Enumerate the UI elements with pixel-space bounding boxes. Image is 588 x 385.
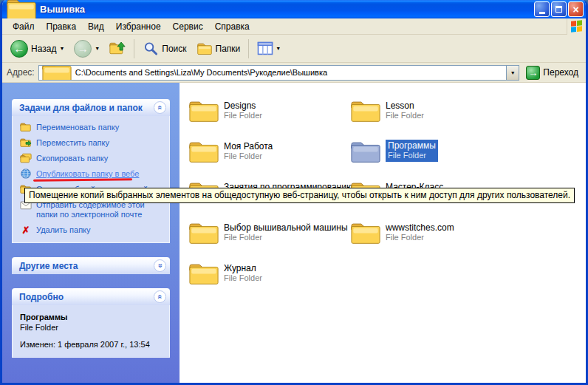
file-item-vybor-mashiny[interactable]: Выбор вышивальной машиныFile Folder	[188, 221, 350, 262]
file-list-area: DesignsFile Folder LessonFile Folder Моя…	[180, 83, 586, 383]
menu-help[interactable]: Справка	[209, 20, 256, 33]
folder-icon	[350, 99, 381, 123]
folders-button[interactable]: Папки	[193, 39, 245, 58]
views-button[interactable]: ▼	[253, 39, 284, 58]
windows-logo	[567, 18, 586, 35]
back-label: Назад	[31, 44, 56, 54]
address-label: Адрес:	[7, 67, 35, 78]
file-folder-tasks-panel: Задачи для файлов и папок « Переименоват…	[12, 99, 170, 243]
go-button[interactable]: → Переход	[523, 64, 581, 81]
search-icon	[143, 41, 159, 55]
title-bar: Вышивка ×	[2, 0, 586, 18]
folders-icon	[196, 41, 213, 55]
folder-icon	[188, 140, 219, 164]
file-item-moya-rabota[interactable]: Моя РаботаFile Folder	[188, 140, 350, 180]
task-move-folder[interactable]: Переместить папку	[20, 138, 165, 148]
collapse-button[interactable]: «	[154, 101, 166, 114]
details-panel: Подробно « Программы File Folder Изменен…	[12, 288, 170, 358]
details-item-name: Программы	[20, 312, 165, 322]
expand-button[interactable]: «	[154, 259, 166, 272]
folder-icon	[188, 99, 219, 123]
folders-label: Папки	[216, 44, 241, 54]
views-dropdown-icon[interactable]: ▼	[276, 46, 281, 51]
chevron-down-icon: «	[156, 263, 164, 268]
address-bar: Адрес: C:\Documents and Settings\Liza\My…	[2, 63, 586, 83]
minimize-button[interactable]	[534, 1, 550, 17]
file-item-wwwstitches[interactable]: wwwstitches.comFile Folder	[350, 221, 512, 262]
up-button[interactable]	[106, 39, 129, 58]
tooltip: Помещение копий выбранных элементов на о…	[24, 188, 575, 203]
go-arrow-icon: →	[526, 66, 540, 80]
task-rename-folder[interactable]: Переименовать папку	[20, 123, 165, 132]
toolbar: ← Назад ▼ → ▼ Поиск	[2, 35, 586, 63]
back-button[interactable]: ← Назад ▼	[7, 38, 68, 60]
details-item-modified: Изменен: 1 февраля 2007 г., 13:54	[20, 339, 165, 350]
toolbar-separator	[248, 39, 249, 58]
forward-icon: →	[74, 40, 92, 58]
details-panel-header[interactable]: Подробно «	[12, 288, 170, 305]
menu-bar: Файл Правка Вид Избранное Сервис Справка	[2, 18, 586, 35]
back-icon: ←	[10, 40, 28, 58]
file-item-zhurnal[interactable]: ЖурналFile Folder	[188, 262, 350, 302]
menu-file[interactable]: Файл	[7, 20, 41, 33]
collapse-button[interactable]: «	[154, 290, 166, 303]
tasks-panel-header[interactable]: Задачи для файлов и папок «	[12, 99, 170, 116]
minimize-icon	[539, 12, 545, 14]
details-panel-title: Подробно	[19, 292, 64, 302]
views-icon	[257, 41, 273, 55]
rename-folder-icon	[20, 122, 32, 132]
other-places-header[interactable]: Другие места «	[12, 257, 170, 274]
tasks-panel-title: Задачи для файлов и папок	[19, 103, 143, 113]
other-places-panel: Другие места «	[12, 257, 170, 274]
main-area: Задачи для файлов и папок « Переименоват…	[2, 83, 586, 383]
file-item-lesson[interactable]: LessonFile Folder	[350, 99, 512, 140]
file-item-programmy-selected[interactable]: ПрограммыFile Folder	[350, 140, 512, 180]
details-item-type: File Folder	[20, 322, 165, 333]
go-label: Переход	[543, 67, 578, 78]
up-folder-icon	[109, 41, 126, 55]
window-title: Вышивка	[40, 4, 85, 15]
back-dropdown-icon[interactable]: ▼	[59, 46, 64, 51]
copy-folder-icon	[20, 153, 32, 163]
task-publish-folder-web[interactable]: Опубликовать папку в вебе	[20, 169, 165, 179]
address-dropdown-button[interactable]: ▼	[506, 66, 519, 80]
explorer-window: Вышивка × Файл Правка Вид Избранное Серв…	[0, 0, 588, 385]
menu-tools[interactable]: Сервис	[167, 20, 209, 33]
maximize-button[interactable]	[551, 1, 567, 17]
file-item-designs[interactable]: DesignsFile Folder	[188, 99, 350, 140]
search-button[interactable]: Поиск	[139, 39, 190, 58]
other-places-title: Другие места	[19, 261, 78, 271]
close-icon: ×	[572, 4, 578, 15]
publish-web-icon	[20, 168, 32, 179]
folder-icon-selected	[350, 140, 381, 164]
folder-icon	[188, 262, 219, 286]
folder-icon	[188, 221, 219, 245]
chevron-up-icon: «	[156, 294, 164, 299]
delete-icon: ✗	[20, 225, 32, 235]
address-input[interactable]: C:\Documents and Settings\Liza\My Docume…	[38, 65, 520, 81]
red-underline-annotation	[33, 178, 132, 181]
menu-edit[interactable]: Правка	[41, 20, 83, 33]
folder-icon	[350, 221, 381, 245]
forward-dropdown-icon[interactable]: ▼	[95, 46, 100, 51]
move-folder-icon	[20, 137, 32, 148]
maximize-icon	[555, 6, 562, 13]
task-delete-folder[interactable]: ✗ Удалить папку	[20, 225, 165, 235]
forward-button[interactable]: → ▼	[70, 38, 103, 60]
chevron-up-icon: «	[156, 105, 164, 109]
search-label: Поиск	[162, 44, 186, 54]
menu-favorites[interactable]: Избранное	[110, 20, 167, 33]
task-copy-folder[interactable]: Скопировать папку	[20, 154, 165, 163]
sidebar: Задачи для файлов и папок « Переименоват…	[2, 83, 180, 383]
toolbar-separator	[134, 39, 134, 58]
menu-view[interactable]: Вид	[82, 20, 110, 33]
address-path: C:\Documents and Settings\Liza\My Docume…	[75, 68, 327, 77]
close-button[interactable]: ×	[568, 1, 584, 17]
address-folder-icon	[41, 65, 72, 81]
